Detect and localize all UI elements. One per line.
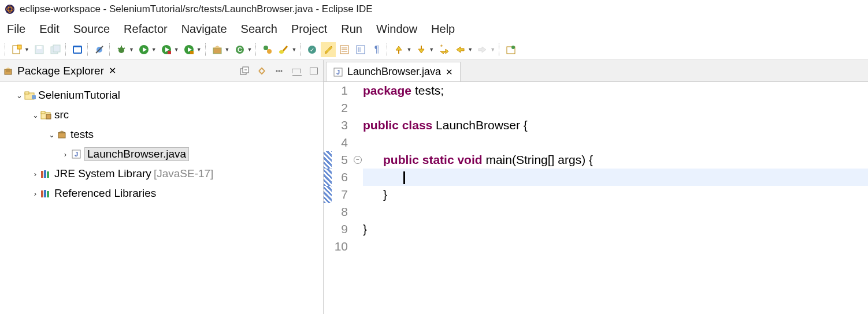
svg-rect-8 bbox=[53, 45, 60, 52]
menu-refactor[interactable]: Refactor bbox=[124, 23, 168, 36]
tree-project-label: SeleniumTutorial bbox=[38, 89, 120, 102]
forward-button[interactable] bbox=[475, 42, 490, 57]
menu-window[interactable]: Window bbox=[376, 23, 417, 36]
menu-project[interactable]: Project bbox=[291, 23, 327, 36]
menu-help[interactable]: Help bbox=[431, 23, 455, 36]
twisty-open-icon[interactable]: ⌄ bbox=[14, 91, 24, 100]
debug-button[interactable] bbox=[114, 42, 129, 57]
skip-breakpoints-button[interactable] bbox=[92, 42, 107, 57]
svg-rect-77 bbox=[47, 171, 49, 178]
library-icon bbox=[40, 169, 52, 179]
tree-jre-library[interactable]: › JRE System Library [JavaSE-17] bbox=[2, 164, 321, 184]
prev-annotation-dropdown-icon[interactable]: ▼ bbox=[406, 47, 411, 53]
new-java-package-button[interactable] bbox=[210, 42, 225, 57]
run-last-dropdown-icon[interactable]: ▼ bbox=[196, 47, 202, 53]
new-dropdown-icon[interactable]: ▼ bbox=[24, 47, 29, 53]
menu-file[interactable]: File bbox=[7, 23, 25, 36]
svg-rect-76 bbox=[44, 170, 46, 178]
new-class-dropdown-icon[interactable]: ▼ bbox=[247, 47, 253, 53]
line-number: 9 bbox=[332, 220, 348, 238]
collapse-all-icon[interactable] bbox=[239, 65, 250, 77]
svg-marker-46 bbox=[418, 49, 424, 53]
next-annotation-dropdown-icon[interactable]: ▼ bbox=[429, 47, 434, 53]
pin-editor-button[interactable] bbox=[503, 42, 518, 57]
menu-edit[interactable]: Edit bbox=[39, 23, 59, 36]
package-explorer-tree[interactable]: ⌄ SeleniumTutorial ⌄ src ⌄ tests › J Lau… bbox=[0, 82, 323, 314]
menu-source[interactable]: Source bbox=[73, 23, 110, 36]
svg-text:J: J bbox=[336, 69, 340, 76]
forward-dropdown-icon[interactable]: ▼ bbox=[490, 47, 495, 53]
save-button[interactable] bbox=[32, 42, 47, 57]
view-menu-icon[interactable] bbox=[273, 65, 285, 77]
twisty-closed-icon[interactable]: › bbox=[30, 170, 40, 178]
terminal-button[interactable] bbox=[70, 42, 85, 57]
open-task-button[interactable]: ✓ bbox=[305, 42, 320, 57]
close-view-icon[interactable]: ✕ bbox=[109, 65, 116, 76]
prev-annotation-button[interactable] bbox=[391, 42, 406, 57]
svg-marker-26 bbox=[213, 46, 221, 48]
package-explorer-icon bbox=[3, 66, 14, 76]
tree-java-file[interactable]: › J LaunchBrowser.java bbox=[2, 144, 321, 164]
menu-run[interactable]: Run bbox=[341, 23, 362, 36]
line-number: 8 bbox=[332, 203, 348, 220]
tree-package[interactable]: ⌄ tests bbox=[2, 125, 321, 144]
search-dropdown-icon[interactable]: ▼ bbox=[291, 47, 296, 53]
title-bar: eclipse-workspace - SeleniumTutorial/src… bbox=[0, 0, 868, 18]
tree-referenced-libraries[interactable]: › Referenced Libraries bbox=[2, 184, 321, 203]
toggle-block-button[interactable] bbox=[337, 42, 352, 57]
svg-line-15 bbox=[118, 48, 120, 49]
svg-text:J: J bbox=[75, 151, 78, 158]
maximize-view-icon[interactable] bbox=[308, 65, 320, 77]
last-edit-button[interactable]: * bbox=[436, 42, 451, 57]
code-line bbox=[363, 134, 868, 151]
show-whitespace-button[interactable] bbox=[353, 42, 368, 57]
menu-search[interactable]: Search bbox=[241, 23, 277, 36]
java-file-icon: J bbox=[71, 149, 82, 159]
pilcrow-button[interactable]: ¶ bbox=[369, 42, 384, 57]
library-icon bbox=[40, 188, 52, 199]
new-button[interactable] bbox=[9, 42, 24, 57]
coverage-button[interactable] bbox=[159, 42, 174, 57]
tree-src-folder[interactable]: ⌄ src bbox=[2, 105, 321, 125]
link-editor-icon[interactable] bbox=[256, 65, 268, 77]
code-area[interactable]: package tests; public class LaunchBrowse… bbox=[363, 82, 868, 314]
package-explorer-header: Package Explorer ✕ bbox=[0, 60, 323, 82]
minimize-view-icon[interactable] bbox=[291, 65, 302, 77]
menu-navigate[interactable]: Navigate bbox=[181, 23, 227, 36]
toggle-mark-button[interactable] bbox=[321, 42, 336, 57]
twisty-open-icon[interactable]: ⌄ bbox=[46, 130, 57, 139]
run-button[interactable] bbox=[136, 42, 151, 57]
code-line-current bbox=[363, 169, 868, 186]
back-dropdown-icon[interactable]: ▼ bbox=[468, 47, 473, 53]
svg-point-54 bbox=[511, 46, 515, 49]
svg-text:¶: ¶ bbox=[374, 44, 380, 54]
text-cursor bbox=[403, 171, 405, 184]
run-last-button[interactable] bbox=[181, 42, 196, 57]
next-annotation-button[interactable] bbox=[414, 42, 429, 57]
search-button[interactable] bbox=[276, 42, 291, 57]
editor-tab-active[interactable]: J LaunchBrowser.java ✕ bbox=[326, 62, 461, 81]
back-button[interactable] bbox=[452, 42, 468, 57]
twisty-open-icon[interactable]: ⌄ bbox=[30, 111, 40, 119]
menu-bar: File Edit Source Refactor Navigate Searc… bbox=[0, 18, 868, 39]
new-java-class-button[interactable]: C bbox=[232, 42, 247, 57]
editor-body[interactable]: 1 2 3 4 5 6 7 8 9 10 − package tests; pu… bbox=[324, 82, 868, 314]
debug-dropdown-icon[interactable]: ▼ bbox=[129, 47, 134, 53]
coverage-dropdown-icon[interactable]: ▼ bbox=[174, 47, 179, 53]
run-dropdown-icon[interactable]: ▼ bbox=[151, 47, 157, 53]
new-package-dropdown-icon[interactable]: ▼ bbox=[225, 47, 230, 53]
fold-toggle-icon[interactable]: − bbox=[354, 156, 362, 164]
code-line: } bbox=[363, 220, 868, 238]
tree-project[interactable]: ⌄ SeleniumTutorial bbox=[2, 85, 321, 105]
svg-text:✓: ✓ bbox=[310, 47, 314, 53]
svg-rect-21 bbox=[168, 51, 171, 54]
close-tab-icon[interactable]: ✕ bbox=[446, 67, 453, 77]
toolbar-separator bbox=[499, 43, 501, 56]
save-all-button[interactable] bbox=[48, 42, 63, 57]
twisty-closed-icon[interactable]: › bbox=[30, 189, 40, 198]
open-type-button[interactable] bbox=[260, 42, 275, 57]
twisty-closed-icon[interactable]: › bbox=[60, 150, 71, 159]
code-line bbox=[363, 203, 868, 220]
svg-rect-69 bbox=[46, 114, 51, 119]
code-line: public class LaunchBrowser { bbox=[363, 117, 868, 134]
